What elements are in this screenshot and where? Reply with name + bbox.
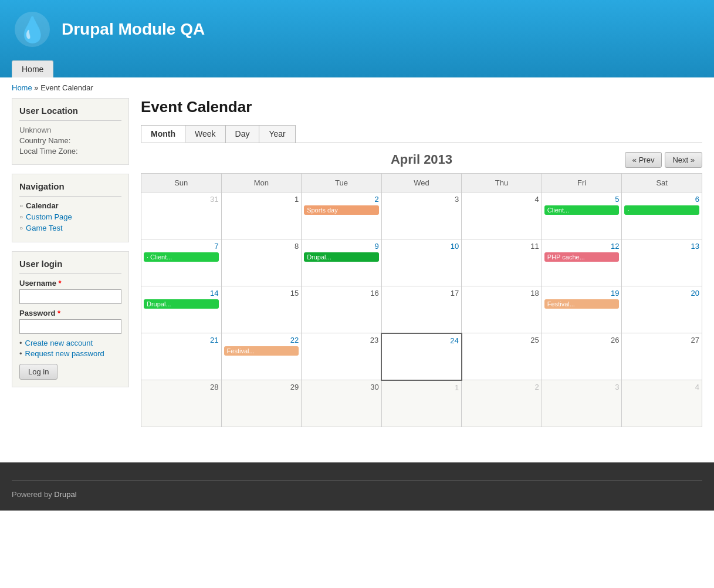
table-row[interactable]: 9Drupal... <box>302 239 382 286</box>
table-row[interactable]: 3 <box>381 192 462 239</box>
table-row[interactable]: 28 <box>141 380 222 427</box>
calendar-week-row: 14Drupal...1516171819Festival...20 <box>141 286 702 333</box>
table-row[interactable]: 4 <box>462 192 542 239</box>
calendar-header-row: Sun Mon Tue Wed Thu Fri Sat <box>141 174 702 192</box>
site-title: Drupal Module QA <box>62 20 205 39</box>
table-row[interactable]: 11 <box>462 239 542 286</box>
table-row[interactable]: 7· Client... <box>141 239 222 286</box>
calendar-week-row: 2829301234 <box>141 380 702 427</box>
table-row[interactable]: 18 <box>462 286 542 333</box>
event-bar[interactable]: Drupal... <box>304 252 379 262</box>
sidebar-item-game-test[interactable]: Game Test <box>19 224 121 232</box>
table-row[interactable]: 2 <box>462 380 542 427</box>
user-login-title: User login <box>19 259 121 274</box>
table-row[interactable]: 6· <box>622 192 702 239</box>
next-button[interactable]: Next » <box>665 152 702 168</box>
create-account-link[interactable]: Create new account <box>25 339 93 347</box>
table-row[interactable]: 1 <box>221 192 302 239</box>
request-password-link-item[interactable]: Request new password <box>19 349 121 358</box>
table-row[interactable]: 12PHP cache... <box>542 239 622 286</box>
table-row[interactable]: 10 <box>381 239 462 286</box>
day-number: 1 <box>384 383 459 392</box>
event-bar[interactable]: PHP cache... <box>544 252 620 262</box>
table-row[interactable]: 31 <box>141 192 222 239</box>
prev-button[interactable]: « Prev <box>625 152 662 168</box>
footer-divider <box>12 480 702 481</box>
table-row[interactable]: 14Drupal... <box>141 286 222 333</box>
day-number: 22 <box>224 336 299 344</box>
breadcrumb-separator: » <box>34 83 38 92</box>
day-number: 24 <box>384 336 459 345</box>
calendar-tabs: Month Week Day Year <box>141 125 702 143</box>
main-layout: User Location Unknown Country Name: Loca… <box>0 98 714 439</box>
table-row[interactable]: 20 <box>622 286 702 333</box>
sidebar: User Location Unknown Country Name: Loca… <box>12 98 129 427</box>
table-row[interactable]: 25 <box>462 333 542 380</box>
table-row[interactable]: 4 <box>622 380 702 427</box>
day-number: 25 <box>465 336 539 344</box>
table-row[interactable]: 24 <box>381 333 462 380</box>
calendar-week-row: 7· Client...89Drupal...101112PHP cache..… <box>141 239 702 286</box>
svg-text:💧: 💧 <box>17 15 48 45</box>
username-input[interactable] <box>19 289 121 304</box>
table-row[interactable]: 19Festival... <box>542 286 622 333</box>
username-label: Username * <box>19 279 121 288</box>
table-row[interactable]: 26 <box>542 333 622 380</box>
day-number: 31 <box>144 195 219 204</box>
event-bar[interactable]: Client... <box>544 205 620 215</box>
password-label: Password * <box>19 309 121 317</box>
table-row[interactable]: 5Client... <box>542 192 622 239</box>
password-input[interactable] <box>19 319 121 334</box>
table-row[interactable]: 1 <box>381 380 462 427</box>
day-number: 3 <box>544 383 620 391</box>
day-number: 9 <box>304 242 379 251</box>
login-links: Create new account Request new password <box>19 339 121 358</box>
event-bar[interactable]: Sports day <box>304 205 379 215</box>
user-location-block: User Location Unknown Country Name: Loca… <box>12 98 129 165</box>
event-bar[interactable]: Festival... <box>224 346 299 356</box>
event-bar[interactable]: Festival... <box>544 299 620 309</box>
event-bar[interactable]: · <box>624 205 699 215</box>
table-row[interactable]: 27 <box>622 333 702 380</box>
calendar-week-row: 3112Sports day345Client...6· <box>141 192 702 239</box>
table-row[interactable]: 16 <box>302 286 382 333</box>
day-number: 12 <box>544 242 620 251</box>
day-number: 30 <box>304 383 379 391</box>
day-number: 2 <box>464 383 539 391</box>
footer-drupal-link[interactable]: Drupal <box>54 490 76 499</box>
login-button[interactable]: Log in <box>19 364 57 380</box>
table-row[interactable]: 23 <box>302 333 382 380</box>
table-row[interactable]: 29 <box>221 380 302 427</box>
day-number: 21 <box>144 336 219 344</box>
tab-day[interactable]: Day <box>225 125 260 143</box>
event-bar[interactable]: Drupal... <box>144 299 219 309</box>
table-row[interactable]: 21 <box>141 333 222 380</box>
day-number: 16 <box>304 289 379 298</box>
table-row[interactable]: 15 <box>221 286 302 333</box>
day-number: 26 <box>544 336 620 344</box>
sidebar-item-custom-page[interactable]: Custom Page <box>19 212 121 221</box>
home-nav-button[interactable]: Home <box>12 60 53 77</box>
breadcrumb-home[interactable]: Home <box>12 83 32 92</box>
col-sun: Sun <box>141 174 222 192</box>
table-row[interactable]: 22Festival... <box>221 333 302 380</box>
table-row[interactable]: 13 <box>622 239 702 286</box>
day-number: 2 <box>304 195 379 204</box>
nav-bar: Home <box>12 60 702 77</box>
day-number: 15 <box>224 289 299 298</box>
table-row[interactable]: 3 <box>542 380 622 427</box>
tab-month[interactable]: Month <box>141 125 185 143</box>
day-number: 17 <box>384 289 459 298</box>
table-row[interactable]: 2Sports day <box>302 192 382 239</box>
create-account-link-item[interactable]: Create new account <box>19 339 121 347</box>
request-password-link[interactable]: Request new password <box>25 349 104 358</box>
tab-year[interactable]: Year <box>259 125 295 143</box>
day-number: 28 <box>144 383 219 391</box>
table-row[interactable]: 17 <box>381 286 462 333</box>
table-row[interactable]: 30 <box>302 380 382 427</box>
tab-week[interactable]: Week <box>185 125 226 143</box>
day-number: 14 <box>144 289 219 298</box>
navigation-block: Navigation Calendar Custom Page Game Tes… <box>12 174 129 242</box>
event-bar[interactable]: · Client... <box>144 252 219 262</box>
table-row[interactable]: 8 <box>221 239 302 286</box>
